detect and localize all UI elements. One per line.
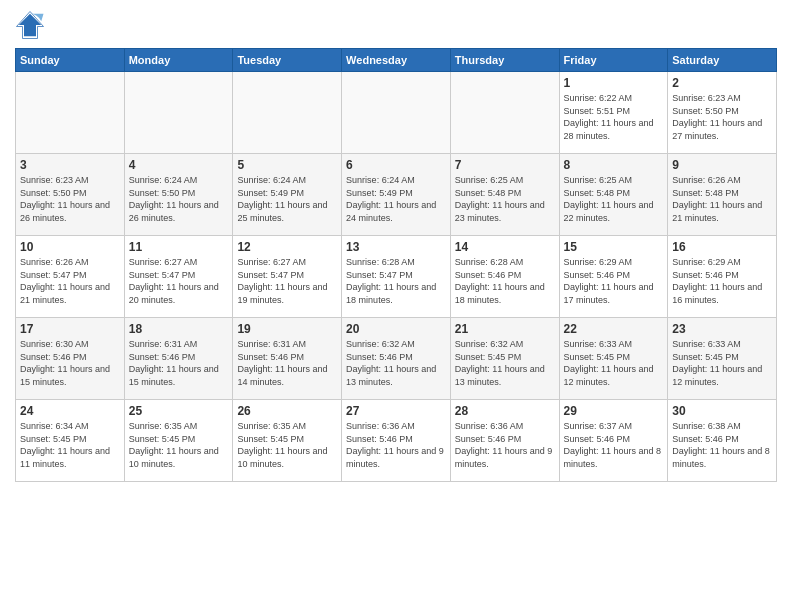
day-number: 8: [564, 158, 664, 172]
day-number: 16: [672, 240, 772, 254]
day-number: 28: [455, 404, 555, 418]
calendar-week-row: 17Sunrise: 6:30 AM Sunset: 5:46 PM Dayli…: [16, 318, 777, 400]
calendar-day-cell: 16Sunrise: 6:29 AM Sunset: 5:46 PM Dayli…: [668, 236, 777, 318]
day-number: 24: [20, 404, 120, 418]
day-info: Sunrise: 6:31 AM Sunset: 5:46 PM Dayligh…: [237, 338, 337, 388]
day-info: Sunrise: 6:22 AM Sunset: 5:51 PM Dayligh…: [564, 92, 664, 142]
calendar-day-cell: 15Sunrise: 6:29 AM Sunset: 5:46 PM Dayli…: [559, 236, 668, 318]
calendar-day-cell: [342, 72, 451, 154]
day-info: Sunrise: 6:26 AM Sunset: 5:48 PM Dayligh…: [672, 174, 772, 224]
day-number: 15: [564, 240, 664, 254]
day-info: Sunrise: 6:33 AM Sunset: 5:45 PM Dayligh…: [564, 338, 664, 388]
day-number: 6: [346, 158, 446, 172]
calendar-day-cell: 11Sunrise: 6:27 AM Sunset: 5:47 PM Dayli…: [124, 236, 233, 318]
weekday-header: Tuesday: [233, 49, 342, 72]
calendar-day-cell: 19Sunrise: 6:31 AM Sunset: 5:46 PM Dayli…: [233, 318, 342, 400]
day-info: Sunrise: 6:29 AM Sunset: 5:46 PM Dayligh…: [564, 256, 664, 306]
day-number: 26: [237, 404, 337, 418]
calendar-week-row: 3Sunrise: 6:23 AM Sunset: 5:50 PM Daylig…: [16, 154, 777, 236]
day-info: Sunrise: 6:29 AM Sunset: 5:46 PM Dayligh…: [672, 256, 772, 306]
calendar-day-cell: 13Sunrise: 6:28 AM Sunset: 5:47 PM Dayli…: [342, 236, 451, 318]
day-info: Sunrise: 6:32 AM Sunset: 5:46 PM Dayligh…: [346, 338, 446, 388]
calendar-day-cell: 23Sunrise: 6:33 AM Sunset: 5:45 PM Dayli…: [668, 318, 777, 400]
day-info: Sunrise: 6:34 AM Sunset: 5:45 PM Dayligh…: [20, 420, 120, 470]
day-number: 11: [129, 240, 229, 254]
day-info: Sunrise: 6:38 AM Sunset: 5:46 PM Dayligh…: [672, 420, 772, 470]
day-number: 22: [564, 322, 664, 336]
calendar-day-cell: 21Sunrise: 6:32 AM Sunset: 5:45 PM Dayli…: [450, 318, 559, 400]
day-number: 20: [346, 322, 446, 336]
day-number: 18: [129, 322, 229, 336]
weekday-header: Thursday: [450, 49, 559, 72]
day-number: 23: [672, 322, 772, 336]
day-number: 9: [672, 158, 772, 172]
logo: [15, 10, 49, 40]
day-info: Sunrise: 6:31 AM Sunset: 5:46 PM Dayligh…: [129, 338, 229, 388]
calendar-day-cell: 25Sunrise: 6:35 AM Sunset: 5:45 PM Dayli…: [124, 400, 233, 482]
day-info: Sunrise: 6:30 AM Sunset: 5:46 PM Dayligh…: [20, 338, 120, 388]
day-info: Sunrise: 6:23 AM Sunset: 5:50 PM Dayligh…: [672, 92, 772, 142]
day-info: Sunrise: 6:23 AM Sunset: 5:50 PM Dayligh…: [20, 174, 120, 224]
day-number: 3: [20, 158, 120, 172]
day-info: Sunrise: 6:24 AM Sunset: 5:49 PM Dayligh…: [237, 174, 337, 224]
calendar-day-cell: 17Sunrise: 6:30 AM Sunset: 5:46 PM Dayli…: [16, 318, 125, 400]
calendar-day-cell: 24Sunrise: 6:34 AM Sunset: 5:45 PM Dayli…: [16, 400, 125, 482]
day-number: 25: [129, 404, 229, 418]
calendar-day-cell: [450, 72, 559, 154]
header: [15, 10, 777, 40]
calendar-week-row: 24Sunrise: 6:34 AM Sunset: 5:45 PM Dayli…: [16, 400, 777, 482]
day-number: 10: [20, 240, 120, 254]
day-info: Sunrise: 6:27 AM Sunset: 5:47 PM Dayligh…: [237, 256, 337, 306]
calendar-day-cell: 22Sunrise: 6:33 AM Sunset: 5:45 PM Dayli…: [559, 318, 668, 400]
day-info: Sunrise: 6:24 AM Sunset: 5:50 PM Dayligh…: [129, 174, 229, 224]
day-number: 29: [564, 404, 664, 418]
day-number: 5: [237, 158, 337, 172]
day-info: Sunrise: 6:25 AM Sunset: 5:48 PM Dayligh…: [564, 174, 664, 224]
calendar-day-cell: 20Sunrise: 6:32 AM Sunset: 5:46 PM Dayli…: [342, 318, 451, 400]
day-info: Sunrise: 6:36 AM Sunset: 5:46 PM Dayligh…: [455, 420, 555, 470]
day-info: Sunrise: 6:35 AM Sunset: 5:45 PM Dayligh…: [237, 420, 337, 470]
day-info: Sunrise: 6:33 AM Sunset: 5:45 PM Dayligh…: [672, 338, 772, 388]
day-number: 30: [672, 404, 772, 418]
page-container: SundayMondayTuesdayWednesdayThursdayFrid…: [0, 0, 792, 487]
calendar-day-cell: 4Sunrise: 6:24 AM Sunset: 5:50 PM Daylig…: [124, 154, 233, 236]
calendar-day-cell: 5Sunrise: 6:24 AM Sunset: 5:49 PM Daylig…: [233, 154, 342, 236]
day-info: Sunrise: 6:24 AM Sunset: 5:49 PM Dayligh…: [346, 174, 446, 224]
day-info: Sunrise: 6:32 AM Sunset: 5:45 PM Dayligh…: [455, 338, 555, 388]
calendar-day-cell: 1Sunrise: 6:22 AM Sunset: 5:51 PM Daylig…: [559, 72, 668, 154]
calendar-day-cell: 29Sunrise: 6:37 AM Sunset: 5:46 PM Dayli…: [559, 400, 668, 482]
calendar-day-cell: 18Sunrise: 6:31 AM Sunset: 5:46 PM Dayli…: [124, 318, 233, 400]
day-number: 4: [129, 158, 229, 172]
day-number: 14: [455, 240, 555, 254]
day-info: Sunrise: 6:35 AM Sunset: 5:45 PM Dayligh…: [129, 420, 229, 470]
calendar-body: 1Sunrise: 6:22 AM Sunset: 5:51 PM Daylig…: [16, 72, 777, 482]
day-info: Sunrise: 6:25 AM Sunset: 5:48 PM Dayligh…: [455, 174, 555, 224]
weekday-header: Saturday: [668, 49, 777, 72]
calendar-week-row: 1Sunrise: 6:22 AM Sunset: 5:51 PM Daylig…: [16, 72, 777, 154]
day-number: 1: [564, 76, 664, 90]
day-info: Sunrise: 6:28 AM Sunset: 5:47 PM Dayligh…: [346, 256, 446, 306]
day-number: 12: [237, 240, 337, 254]
calendar-day-cell: 12Sunrise: 6:27 AM Sunset: 5:47 PM Dayli…: [233, 236, 342, 318]
day-info: Sunrise: 6:27 AM Sunset: 5:47 PM Dayligh…: [129, 256, 229, 306]
day-number: 21: [455, 322, 555, 336]
day-info: Sunrise: 6:26 AM Sunset: 5:47 PM Dayligh…: [20, 256, 120, 306]
calendar-table: SundayMondayTuesdayWednesdayThursdayFrid…: [15, 48, 777, 482]
calendar-day-cell: 10Sunrise: 6:26 AM Sunset: 5:47 PM Dayli…: [16, 236, 125, 318]
day-number: 13: [346, 240, 446, 254]
calendar-day-cell: 7Sunrise: 6:25 AM Sunset: 5:48 PM Daylig…: [450, 154, 559, 236]
calendar-day-cell: 28Sunrise: 6:36 AM Sunset: 5:46 PM Dayli…: [450, 400, 559, 482]
day-info: Sunrise: 6:28 AM Sunset: 5:46 PM Dayligh…: [455, 256, 555, 306]
weekday-header: Wednesday: [342, 49, 451, 72]
calendar-day-cell: 3Sunrise: 6:23 AM Sunset: 5:50 PM Daylig…: [16, 154, 125, 236]
calendar-day-cell: 6Sunrise: 6:24 AM Sunset: 5:49 PM Daylig…: [342, 154, 451, 236]
weekday-header: Friday: [559, 49, 668, 72]
calendar-day-cell: 8Sunrise: 6:25 AM Sunset: 5:48 PM Daylig…: [559, 154, 668, 236]
calendar-day-cell: 14Sunrise: 6:28 AM Sunset: 5:46 PM Dayli…: [450, 236, 559, 318]
calendar-week-row: 10Sunrise: 6:26 AM Sunset: 5:47 PM Dayli…: [16, 236, 777, 318]
calendar-day-cell: [233, 72, 342, 154]
calendar-day-cell: 2Sunrise: 6:23 AM Sunset: 5:50 PM Daylig…: [668, 72, 777, 154]
calendar-day-cell: 9Sunrise: 6:26 AM Sunset: 5:48 PM Daylig…: [668, 154, 777, 236]
calendar-day-cell: [16, 72, 125, 154]
day-number: 2: [672, 76, 772, 90]
